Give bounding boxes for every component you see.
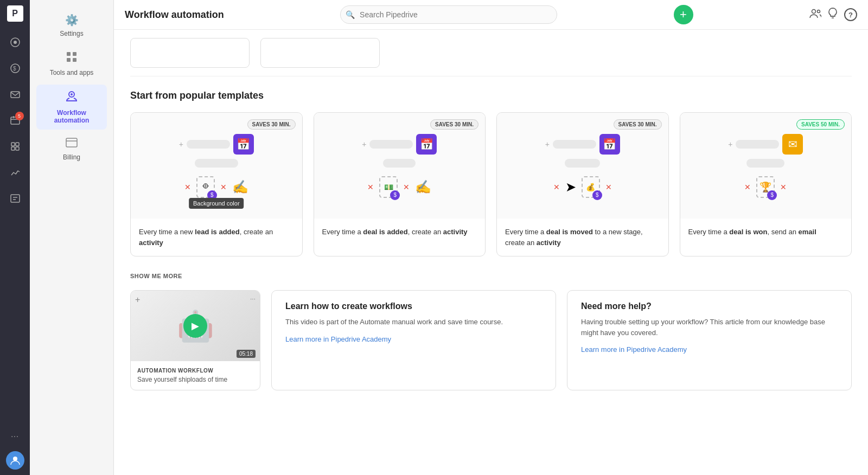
flow-pill-1a [187,140,230,149]
top-card-1 [130,38,250,68]
template-card-3[interactable]: SAVES 30 MIN. + 📅 ✕ ➤ [496,112,669,256]
svg-rect-12 [67,52,71,56]
template-card-4[interactable]: SAVES 50 MIN. + ✉ ✕ � [680,112,852,256]
bottom-section: 🤖 + ··· ▶ 05:18 AUTOMATION WORKFLOW Save… [130,290,852,390]
workflow-icon [65,90,78,106]
video-timestamp: 05:18 [237,350,256,358]
saves-badge-4: SAVES 50 MIN. [796,119,845,130]
help-icon[interactable]: ? [844,8,857,21]
plus-icon-2: + [362,140,366,149]
help-title: Need more help? [581,301,838,311]
flow-pill-4a [736,140,779,149]
template-card-1[interactable]: SAVES 30 MIN. + 📅 ✕ [130,112,303,256]
nav-more[interactable]: ··· [4,425,26,447]
trophy-badge: $ [767,190,777,200]
arrow-icon: ➤ [565,179,576,195]
cross-icon-1: ✕ [184,183,191,191]
illustration-4: + ✉ ✕ 🏆 $ ✕ [680,126,852,206]
sidebar: ⚙️ Settings Tools and apps Workflow auto… [30,0,114,475]
cross-icon-7: ✕ [744,183,751,191]
svg-point-20 [817,10,820,12]
flow-pill-4b [746,159,784,168]
calendar-badge: 5 [15,112,24,120]
learn-link[interactable]: Learn more in Pipedrive Academy [285,335,391,343]
svg-point-1 [14,41,17,44]
phone-frame-2: 💵 $ [379,176,398,198]
saves-badge-3: SAVES 30 MIN. [614,119,662,130]
templates-grid: SAVES 30 MIN. + 📅 ✕ [130,112,852,256]
learn-card: Learn how to create workflows This video… [271,290,556,390]
trophy-frame: 🏆 $ [756,176,775,198]
search-bar: 🔍 [340,5,557,24]
nav-chart[interactable] [4,162,26,183]
svg-rect-15 [73,58,76,62]
sidebar-settings-label: Settings [60,30,83,37]
video-description: Save yourself shiploads of time [137,376,253,383]
sidebar-item-tools[interactable]: Tools and apps [36,46,107,82]
learn-body: This video is part of the Automate manua… [285,317,542,328]
email-icon: ✉ [782,134,803,155]
cross-icon-2: ✕ [220,183,227,191]
plus-icon-3: + [545,140,550,149]
nav-calendar[interactable]: 5 [4,110,26,131]
video-preview: 🤖 + ··· ▶ 05:18 [131,291,260,361]
svg-text:$: $ [13,66,16,72]
nav-home[interactable] [4,31,26,53]
page-header: Workflow automation 🔍 + ? [114,0,868,30]
cross-icon-6: ✕ [605,183,612,191]
flow-pill-1b [195,159,238,168]
coin-2: $ [390,190,400,200]
sidebar-item-settings[interactable]: ⚙️ Settings [36,8,107,43]
template-text-2: Every time a deal is added, create an ac… [314,219,486,246]
add-button[interactable]: + [674,5,693,24]
icon-bar: P $ 5 ··· [0,0,30,475]
search-input[interactable] [340,5,557,24]
plus-icon-1: + [179,140,183,149]
svg-rect-14 [67,58,71,62]
video-label: AUTOMATION WORKFLOW [137,368,253,374]
help-link[interactable]: Learn more in Pipedrive Academy [581,345,687,354]
tools-icon [66,51,78,66]
main-area: Workflow automation 🔍 + ? Start from pop… [114,0,868,475]
svg-rect-8 [11,147,15,150]
calendar-icon-3: 📅 [599,134,620,155]
template-card-2[interactable]: SAVES 30 MIN. + 📅 ✕ [314,112,486,256]
saves-badge-2: SAVES 30 MIN. [430,119,478,130]
svg-point-17 [71,93,73,95]
show-more[interactable]: SHOW ME MORE [130,273,852,279]
sidebar-item-workflow[interactable]: Workflow automation [36,85,107,130]
illustration-2: + 📅 ✕ 💵 $ ✕ [314,126,486,206]
video-card: 🤖 + ··· ▶ 05:18 AUTOMATION WORKFLOW Save… [130,290,260,390]
content-area: Start from popular templates SAVES 30 MI… [114,30,868,475]
nav-mail[interactable] [4,84,26,105]
video-info: AUTOMATION WORKFLOW Save yourself shiplo… [131,361,260,390]
help-card: Need more help? Having trouble setting u… [567,290,852,390]
cross-icon-4: ✕ [403,183,410,191]
nav-products[interactable] [4,188,26,209]
cross-icon-5: ✕ [553,183,560,191]
header-icons: ? [809,8,857,22]
nav-grid[interactable] [4,136,26,157]
help-body: Having trouble setting up your workflow?… [581,317,838,338]
flow-pill-2a [369,140,413,149]
template-preview-1: SAVES 30 MIN. + 📅 ✕ [131,113,302,219]
nav-leads[interactable]: $ [4,57,26,79]
cross-icon-3: ✕ [367,183,374,191]
section-title: Start from popular templates [130,90,852,101]
template-text-1: Every time a new lead is added, create a… [131,219,302,256]
tooltip: Background color [189,198,244,209]
play-button[interactable]: ▶ [183,314,207,338]
template-preview-4: SAVES 50 MIN. + ✉ ✕ � [680,113,852,219]
video-corner-icon: + [135,295,140,305]
plus-icon-4: + [728,140,732,149]
saves-badge-1: SAVES 30 MIN. [247,119,296,130]
sidebar-item-billing[interactable]: Billing [36,132,107,166]
user-avatar[interactable] [6,451,24,470]
svg-point-19 [812,9,815,13]
lightbulb-icon[interactable] [828,8,838,22]
users-icon[interactable] [809,9,821,21]
app-logo: P [7,5,23,22]
video-corner-tr-icon: ··· [250,295,256,303]
billing-icon [66,138,78,150]
svg-rect-13 [73,52,76,56]
